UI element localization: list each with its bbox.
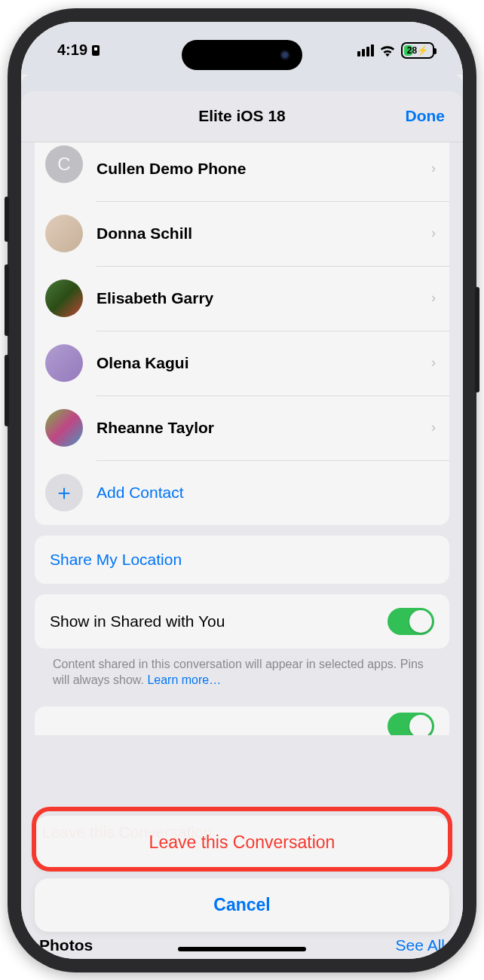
photos-header-label: Photos: [39, 936, 93, 954]
member-name: Donna Schill: [96, 224, 418, 243]
member-row[interactable]: Elisabeth Garry ›: [35, 266, 449, 331]
leave-conversation-button[interactable]: Leave this Conversation: [35, 816, 449, 869]
wifi-icon: [379, 44, 396, 57]
cancel-button[interactable]: Cancel: [35, 878, 449, 932]
add-contact-row[interactable]: ＋ Add Contact: [35, 460, 449, 525]
power-button: [475, 287, 479, 392]
shared-with-you-toggle[interactable]: [388, 608, 434, 635]
avatar-photo: [45, 215, 83, 252]
chevron-right-icon: ›: [431, 290, 436, 306]
chevron-right-icon: ›: [431, 420, 436, 435]
avatar-initial: C: [45, 145, 83, 183]
shared-with-you-footer: Content shared in this conversation will…: [35, 649, 449, 688]
dynamic-island: [182, 40, 302, 70]
toggle-peek[interactable]: [388, 713, 434, 735]
action-sheet-group: Leave this Conversation: [35, 816, 449, 869]
share-location-button[interactable]: Share My Location: [35, 536, 449, 584]
avatar-photo: [45, 344, 83, 382]
action-sheet-cancel-group: Cancel: [35, 878, 449, 932]
screen: 4:19 28⚡ Elite iOS 18 Done: [21, 22, 463, 959]
member-row[interactable]: Olena Kagui ›: [35, 331, 449, 395]
member-row[interactable]: Rheanne Taylor ›: [35, 395, 449, 460]
member-name: Olena Kagui: [96, 354, 418, 372]
shared-with-you-row: Show in Shared with You: [35, 594, 449, 649]
volume-up-button: [5, 264, 9, 336]
sheet-nav-bar: Elite iOS 18 Done: [21, 91, 463, 142]
sheet-title: Elite iOS 18: [198, 107, 286, 125]
done-button[interactable]: Done: [406, 107, 446, 125]
avatar-photo: [45, 409, 83, 447]
battery-icon: 28⚡: [401, 42, 434, 59]
plus-icon: ＋: [45, 474, 83, 511]
conversation-details-sheet: Elite iOS 18 Done C Cullen Demo Phone › …: [21, 91, 463, 959]
status-time: 4:19: [57, 41, 87, 59]
member-row[interactable]: Donna Schill ›: [35, 201, 449, 266]
shared-with-you-card: Show in Shared with You: [35, 594, 449, 649]
members-card: C Cullen Demo Phone › Donna Schill › Eli…: [35, 142, 449, 525]
chevron-right-icon: ›: [431, 225, 436, 241]
avatar-photo: [45, 279, 83, 317]
cellular-icon: [357, 44, 374, 56]
action-sheet: Leave this Conversation Cancel: [35, 816, 449, 932]
svg-rect-1: [94, 47, 97, 50]
side-button: [5, 197, 9, 242]
chevron-right-icon: ›: [431, 355, 436, 371]
phone-frame: 4:19 28⚡ Elite iOS 18 Done: [8, 8, 476, 972]
member-name: Rheanne Taylor: [96, 419, 418, 437]
hide-alerts-card-peek: [35, 707, 449, 735]
learn-more-link[interactable]: Learn more…: [147, 673, 221, 686]
member-name: Elisabeth Garry: [96, 289, 418, 307]
photos-section-header: Photos See All: [35, 929, 449, 959]
add-contact-label: Add Contact: [96, 484, 436, 502]
member-row[interactable]: C Cullen Demo Phone ›: [35, 142, 449, 201]
member-name: Cullen Demo Phone: [96, 160, 418, 178]
status-indicator-icon: [90, 44, 101, 56]
scroll-content[interactable]: C Cullen Demo Phone › Donna Schill › Eli…: [21, 142, 463, 735]
volume-down-button: [5, 355, 9, 426]
see-all-button[interactable]: See All: [396, 936, 445, 954]
share-location-card: Share My Location: [35, 536, 449, 584]
chevron-right-icon: ›: [431, 160, 436, 176]
home-indicator[interactable]: [178, 947, 306, 951]
shared-with-you-label: Show in Shared with You: [50, 612, 225, 630]
